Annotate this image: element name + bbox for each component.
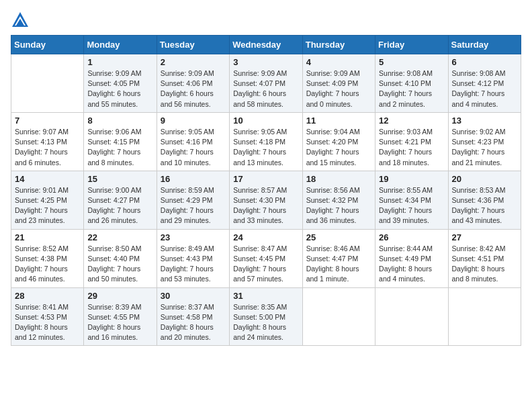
day-header-sunday: Sunday: [11, 36, 84, 54]
day-info: Sunrise: 9:02 AM Sunset: 4:23 PM Dayligh…: [452, 127, 517, 168]
calendar-cell: 4Sunrise: 9:09 AM Sunset: 4:09 PM Daylig…: [302, 54, 375, 113]
day-info: Sunrise: 8:42 AM Sunset: 4:51 PM Dayligh…: [452, 244, 517, 285]
calendar-cell: 31Sunrise: 8:35 AM Sunset: 5:00 PM Dayli…: [230, 287, 302, 346]
day-info: Sunrise: 9:09 AM Sunset: 4:09 PM Dayligh…: [306, 68, 371, 109]
calendar-cell: 15Sunrise: 9:00 AM Sunset: 4:27 PM Dayli…: [84, 171, 157, 229]
day-number: 28: [15, 291, 80, 301]
logo: [11, 11, 32, 30]
calendar-cell: 6Sunrise: 9:08 AM Sunset: 4:12 PM Daylig…: [448, 54, 521, 113]
day-number: 14: [15, 174, 80, 184]
calendar-cell: 24Sunrise: 8:47 AM Sunset: 4:45 PM Dayli…: [230, 229, 302, 287]
day-info: Sunrise: 9:07 AM Sunset: 4:13 PM Dayligh…: [15, 127, 80, 168]
day-info: Sunrise: 8:46 AM Sunset: 4:47 PM Dayligh…: [306, 244, 371, 285]
day-info: Sunrise: 9:08 AM Sunset: 4:12 PM Dayligh…: [452, 68, 517, 109]
day-info: Sunrise: 8:52 AM Sunset: 4:38 PM Dayligh…: [15, 244, 80, 285]
calendar-cell: 9Sunrise: 9:05 AM Sunset: 4:16 PM Daylig…: [157, 112, 229, 171]
calendar-cell: 10Sunrise: 9:05 AM Sunset: 4:18 PM Dayli…: [230, 112, 302, 171]
day-info: Sunrise: 9:04 AM Sunset: 4:20 PM Dayligh…: [306, 127, 371, 168]
logo-icon: [11, 11, 30, 30]
day-info: Sunrise: 8:57 AM Sunset: 4:30 PM Dayligh…: [233, 185, 298, 226]
day-number: 7: [15, 116, 80, 126]
calendar-cell: 16Sunrise: 8:59 AM Sunset: 4:29 PM Dayli…: [157, 171, 229, 229]
calendar-cell: 2Sunrise: 9:09 AM Sunset: 4:06 PM Daylig…: [157, 54, 229, 113]
day-header-thursday: Thursday: [302, 36, 375, 54]
day-number: 20: [452, 174, 517, 184]
day-number: 26: [379, 232, 444, 242]
calendar-cell: 22Sunrise: 8:50 AM Sunset: 4:40 PM Dayli…: [84, 229, 157, 287]
calendar-week-3: 14Sunrise: 9:01 AM Sunset: 4:25 PM Dayli…: [11, 171, 521, 229]
calendar-cell: 7Sunrise: 9:07 AM Sunset: 4:13 PM Daylig…: [11, 112, 84, 171]
day-info: Sunrise: 8:37 AM Sunset: 4:58 PM Dayligh…: [161, 302, 226, 343]
day-number: 19: [379, 174, 444, 184]
day-number: 5: [379, 57, 444, 67]
calendar-cell: 27Sunrise: 8:42 AM Sunset: 4:51 PM Dayli…: [448, 229, 521, 287]
day-number: 25: [306, 232, 371, 242]
calendar-table: SundayMondayTuesdayWednesdayThursdayFrid…: [11, 35, 521, 346]
day-number: 24: [233, 232, 298, 242]
calendar-cell: 26Sunrise: 8:44 AM Sunset: 4:49 PM Dayli…: [375, 229, 448, 287]
day-info: Sunrise: 8:39 AM Sunset: 4:55 PM Dayligh…: [87, 302, 152, 343]
day-header-saturday: Saturday: [448, 36, 521, 54]
day-number: 1: [87, 57, 152, 67]
day-number: 29: [87, 291, 152, 301]
calendar-cell: 11Sunrise: 9:04 AM Sunset: 4:20 PM Dayli…: [302, 112, 375, 171]
calendar-week-2: 7Sunrise: 9:07 AM Sunset: 4:13 PM Daylig…: [11, 112, 521, 171]
day-number: 10: [233, 116, 298, 126]
day-info: Sunrise: 8:50 AM Sunset: 4:40 PM Dayligh…: [87, 244, 152, 285]
day-number: 16: [161, 174, 226, 184]
day-number: 30: [161, 291, 226, 301]
day-info: Sunrise: 9:09 AM Sunset: 4:07 PM Dayligh…: [233, 68, 298, 109]
calendar-cell: 25Sunrise: 8:46 AM Sunset: 4:47 PM Dayli…: [302, 229, 375, 287]
calendar-week-4: 21Sunrise: 8:52 AM Sunset: 4:38 PM Dayli…: [11, 229, 521, 287]
day-info: Sunrise: 9:09 AM Sunset: 4:05 PM Dayligh…: [87, 68, 152, 109]
day-header-wednesday: Wednesday: [230, 36, 302, 54]
calendar-cell: 17Sunrise: 8:57 AM Sunset: 4:30 PM Dayli…: [230, 171, 302, 229]
day-info: Sunrise: 9:03 AM Sunset: 4:21 PM Dayligh…: [379, 127, 444, 168]
day-info: Sunrise: 8:47 AM Sunset: 4:45 PM Dayligh…: [233, 244, 298, 285]
calendar-cell: [448, 287, 521, 346]
day-header-friday: Friday: [375, 36, 448, 54]
day-info: Sunrise: 8:53 AM Sunset: 4:36 PM Dayligh…: [452, 185, 517, 226]
day-header-monday: Monday: [84, 36, 157, 54]
day-number: 18: [306, 174, 371, 184]
days-header-row: SundayMondayTuesdayWednesdayThursdayFrid…: [11, 36, 521, 54]
day-number: 8: [87, 116, 152, 126]
calendar-cell: 18Sunrise: 8:56 AM Sunset: 4:32 PM Dayli…: [302, 171, 375, 229]
day-number: 3: [233, 57, 298, 67]
page-header: [11, 11, 521, 30]
day-info: Sunrise: 8:59 AM Sunset: 4:29 PM Dayligh…: [161, 185, 226, 226]
day-info: Sunrise: 8:41 AM Sunset: 4:53 PM Dayligh…: [15, 302, 80, 343]
day-number: 15: [87, 174, 152, 184]
day-number: 17: [233, 174, 298, 184]
day-info: Sunrise: 9:09 AM Sunset: 4:06 PM Dayligh…: [161, 68, 226, 109]
calendar-cell: 23Sunrise: 8:49 AM Sunset: 4:43 PM Dayli…: [157, 229, 229, 287]
day-number: 27: [452, 232, 517, 242]
day-number: 11: [306, 116, 371, 126]
day-info: Sunrise: 9:05 AM Sunset: 4:18 PM Dayligh…: [233, 127, 298, 168]
calendar-cell: 19Sunrise: 8:55 AM Sunset: 4:34 PM Dayli…: [375, 171, 448, 229]
day-info: Sunrise: 8:35 AM Sunset: 5:00 PM Dayligh…: [233, 302, 298, 343]
calendar-week-1: 1Sunrise: 9:09 AM Sunset: 4:05 PM Daylig…: [11, 54, 521, 113]
day-info: Sunrise: 8:44 AM Sunset: 4:49 PM Dayligh…: [379, 244, 444, 285]
day-number: 9: [161, 116, 226, 126]
calendar-cell: 12Sunrise: 9:03 AM Sunset: 4:21 PM Dayli…: [375, 112, 448, 171]
calendar-cell: 3Sunrise: 9:09 AM Sunset: 4:07 PM Daylig…: [230, 54, 302, 113]
day-info: Sunrise: 9:08 AM Sunset: 4:10 PM Dayligh…: [379, 68, 444, 109]
calendar-cell: 8Sunrise: 9:06 AM Sunset: 4:15 PM Daylig…: [84, 112, 157, 171]
day-number: 31: [233, 291, 298, 301]
calendar-week-5: 28Sunrise: 8:41 AM Sunset: 4:53 PM Dayli…: [11, 287, 521, 346]
day-number: 21: [15, 232, 80, 242]
calendar-cell: 20Sunrise: 8:53 AM Sunset: 4:36 PM Dayli…: [448, 171, 521, 229]
calendar-cell: 1Sunrise: 9:09 AM Sunset: 4:05 PM Daylig…: [84, 54, 157, 113]
day-info: Sunrise: 8:56 AM Sunset: 4:32 PM Dayligh…: [306, 185, 371, 226]
calendar-cell: 28Sunrise: 8:41 AM Sunset: 4:53 PM Dayli…: [11, 287, 84, 346]
day-info: Sunrise: 9:00 AM Sunset: 4:27 PM Dayligh…: [87, 185, 152, 226]
day-info: Sunrise: 9:05 AM Sunset: 4:16 PM Dayligh…: [161, 127, 226, 168]
calendar-cell: [375, 287, 448, 346]
day-info: Sunrise: 8:55 AM Sunset: 4:34 PM Dayligh…: [379, 185, 444, 226]
day-number: 12: [379, 116, 444, 126]
day-number: 13: [452, 116, 517, 126]
day-number: 6: [452, 57, 517, 67]
day-info: Sunrise: 9:01 AM Sunset: 4:25 PM Dayligh…: [15, 185, 80, 226]
calendar-cell: 30Sunrise: 8:37 AM Sunset: 4:58 PM Dayli…: [157, 287, 229, 346]
